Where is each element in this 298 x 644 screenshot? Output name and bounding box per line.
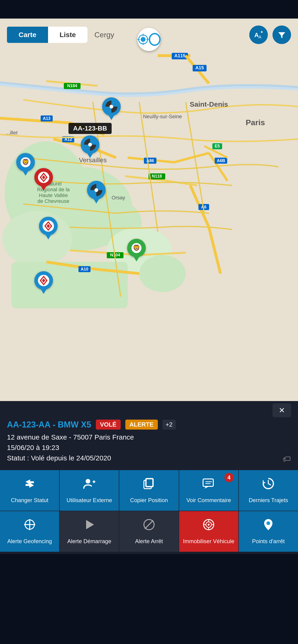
svg-text:🦁: 🦁 — [133, 244, 140, 252]
action-changer-statut[interactable]: Changer Statut — [0, 470, 59, 511]
action-alerte-demarrage[interactable]: Alerte Démarrage — [60, 511, 119, 552]
svg-text:de Chevreuse: de Chevreuse — [38, 198, 69, 204]
svg-text:E5: E5 — [215, 144, 220, 148]
bottom-panel: ✕ AA-123-AA - BMW X5 VOLÉ ALERTE +2 12 a… — [0, 401, 298, 554]
close-button[interactable]: ✕ — [272, 403, 291, 417]
svg-text:Saint-Denis: Saint-Denis — [190, 100, 228, 108]
map-pin-renault2[interactable] — [39, 217, 58, 240]
vehicle-info: AA-123-AA - BMW X5 VOLÉ ALERTE +2 12 ave… — [0, 417, 298, 468]
svg-text:Neuilly-sur-Seine: Neuilly-sur-Seine — [143, 114, 182, 120]
font-size-button[interactable]: A A — [249, 26, 268, 44]
action-grid: Changer Statut Utilisateur Externe — [0, 468, 298, 554]
svg-text:N184: N184 — [67, 84, 77, 88]
action-derniers-trajets[interactable]: Derniers Trajets — [239, 470, 298, 511]
vehicle-datetime: 15/06/20 à 19:23 — [7, 444, 59, 451]
badge-vole: VOLÉ — [96, 420, 121, 430]
immobiliser-vehicule-label: Immobiliser Véhicule — [183, 538, 234, 545]
svg-marker-87 — [86, 520, 94, 529]
map-pin-bmw3[interactable] — [87, 181, 106, 204]
svg-text:A10: A10 — [81, 267, 88, 272]
utilisateur-externe-icon — [83, 477, 96, 493]
svg-marker-52 — [278, 32, 285, 38]
tab-carte[interactable]: Carte — [7, 27, 48, 43]
map-background: A115 A15 N184 A13 A12 A86 A6B E5 N118 — [0, 18, 298, 401]
svg-point-7 — [139, 255, 186, 292]
vehicle-title-row: AA-123-AA - BMW X5 VOLÉ ALERTE +2 — [7, 420, 291, 430]
alerte-geofencing-label: Alerte Geofencing — [8, 538, 52, 545]
points-arret-label: Points d'arrêt — [252, 538, 285, 545]
svg-text:A: A — [258, 35, 261, 40]
alerte-demarrage-label: Alerte Démarrage — [67, 538, 111, 545]
map-pin-renault3[interactable] — [34, 271, 53, 294]
close-btn-row: ✕ — [0, 401, 298, 417]
svg-rect-80 — [146, 479, 153, 486]
action-utilisateur-externe[interactable]: Utilisateur Externe — [60, 470, 119, 511]
svg-point-56 — [88, 143, 92, 146]
changer-statut-label: Changer Statut — [11, 496, 48, 504]
derniers-trajets-icon — [262, 477, 275, 493]
svg-rect-6 — [12, 262, 128, 308]
copier-position-label: Copier Position — [130, 496, 168, 504]
badge-alerte: ALERTE — [125, 420, 158, 430]
tag-icon: 🏷 — [283, 453, 291, 465]
svg-text:N118: N118 — [152, 174, 162, 178]
action-points-arret[interactable]: Points d'arrêt — [239, 511, 298, 552]
action-alerte-arret[interactable]: Alerte Arrêt — [119, 511, 178, 552]
action-immobiliser-vehicule[interactable]: Immobiliser Véhicule — [179, 511, 238, 552]
svg-text:A115: A115 — [174, 53, 185, 58]
svg-text:Orsay: Orsay — [112, 195, 125, 200]
svg-text:...illet: ...illet — [6, 130, 18, 136]
map-right-controls: A A — [249, 26, 291, 44]
action-voir-commentaire[interactable]: 4 Voir Commentaire — [179, 470, 238, 511]
map-pin-peugeot1[interactable]: 🦁 — [16, 153, 35, 176]
changer-statut-icon — [23, 477, 36, 493]
svg-point-75 — [86, 479, 90, 484]
svg-point-64 — [95, 188, 98, 192]
map-pin-renault1[interactable] — [34, 168, 53, 191]
badge-count: +2 — [162, 420, 176, 430]
action-copier-position[interactable]: Copier Position — [119, 470, 178, 511]
action-alerte-geofencing[interactable]: Alerte Geofencing — [0, 511, 59, 552]
derniers-trajets-label: Derniers Trajets — [249, 496, 288, 504]
copier-position-icon — [143, 477, 155, 493]
svg-point-42 — [141, 37, 146, 42]
svg-point-3 — [2, 211, 72, 266]
svg-text:Paris: Paris — [245, 118, 265, 127]
points-arret-icon — [262, 518, 275, 534]
vehicle-address-line1: 12 avenue de Saxe - 75007 Paris France — [7, 433, 134, 441]
utilisateur-externe-label: Utilisateur Externe — [67, 496, 112, 504]
svg-text:Haute Vallée: Haute Vallée — [39, 192, 68, 198]
svg-point-54 — [110, 105, 113, 108]
vehicle-name: AA-123-AA - BMW X5 — [7, 420, 91, 430]
filter-button[interactable] — [272, 26, 291, 44]
svg-text:A15: A15 — [195, 65, 204, 70]
vehicle-address: 12 avenue de Saxe - 75007 Paris France 1… — [7, 432, 291, 463]
svg-text:A: A — [254, 32, 259, 38]
svg-text:🦁: 🦁 — [22, 158, 30, 166]
alerte-arret-label: Alerte Arrêt — [135, 538, 163, 545]
svg-text:A13: A13 — [43, 116, 50, 121]
svg-text:A6B: A6B — [217, 158, 225, 163]
tab-liste[interactable]: Liste — [48, 27, 88, 43]
svg-rect-81 — [203, 479, 213, 486]
alerte-geofencing-icon — [23, 518, 36, 534]
map-container: A115 A15 N184 A13 A12 A86 A6B E5 N118 — [0, 18, 298, 401]
voir-commentaire-icon — [202, 477, 215, 493]
map-city-label: Cergy — [95, 30, 114, 39]
map-pin-bmw1[interactable] — [102, 97, 121, 120]
map-pin-bmw2[interactable]: AA-123-BB — [69, 123, 112, 158]
voir-commentaire-label: Voir Commentaire — [186, 496, 231, 504]
svg-point-97 — [266, 521, 270, 525]
svg-point-92 — [208, 524, 210, 526]
commentaire-badge: 4 — [224, 473, 234, 482]
pin-label-aa123bb: AA-123-BB — [69, 123, 112, 134]
alerte-arret-icon — [143, 518, 155, 534]
location-center-button[interactable] — [137, 28, 161, 51]
immobiliser-vehicule-icon — [202, 518, 215, 534]
status-bar — [0, 0, 298, 18]
svg-line-89 — [145, 520, 153, 529]
alerte-demarrage-icon — [83, 518, 96, 534]
view-tab-group: Carte Liste — [7, 27, 88, 43]
map-pin-peugeot2[interactable]: 🦁 — [127, 239, 146, 262]
vehicle-statut: Statut : Volé depuis le 24/05/2020 — [7, 454, 111, 462]
